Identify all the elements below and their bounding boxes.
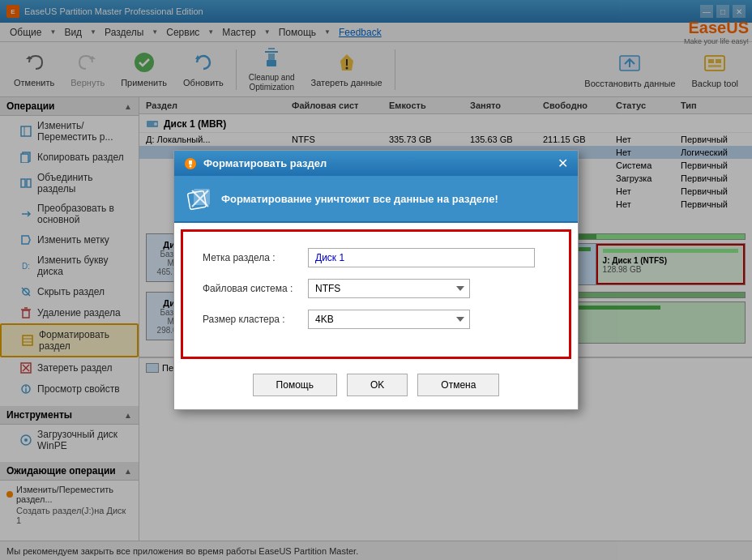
dialog-buttons: Помощь OK Отмена [174,365,578,409]
dialog-titlebar: Форматировать раздел ✕ [174,151,578,176]
partition-label-input-wrapper [308,248,549,267]
cluster-select[interactable]: 4KB 8KB 16KB 32KB 64KB [308,310,470,329]
help-button[interactable]: Помощь [253,374,337,396]
svg-point-44 [190,165,192,167]
dialog-title-content: Форматировать раздел [184,157,327,170]
dialog-warning-icon [187,186,213,212]
dialog-body: Метка раздела : Файловая система : NTFS … [181,229,571,359]
dialog-field-cluster: Размер кластера : 4KB 8KB 16KB 32KB 64KB [203,310,549,329]
cluster-select-wrapper: 4KB 8KB 16KB 32KB 64KB [308,310,549,329]
ok-button[interactable]: OK [347,374,408,396]
format-dialog: Форматировать раздел ✕ Форматирование ун… [173,150,579,410]
dialog-title-text: Форматировать раздел [203,157,327,169]
dialog-warning: Форматирование уничтожит все данные на р… [174,176,578,223]
filesystem-select[interactable]: NTFS FAT32 FAT16 exFAT [308,279,470,298]
partition-label-input[interactable] [308,248,535,267]
dialog-close-button[interactable]: ✕ [558,156,568,171]
dialog-overlay: Форматировать раздел ✕ Форматирование ун… [0,0,752,560]
cancel-button[interactable]: Отмена [417,374,499,396]
dialog-warning-text: Форматирование уничтожит все данные на р… [221,193,498,205]
partition-label-label: Метка раздела : [203,252,308,263]
dialog-title-icon [184,157,197,170]
filesystem-label: Файловая система : [203,283,308,294]
dialog-field-filesystem: Файловая система : NTFS FAT32 FAT16 exFA… [203,279,549,298]
cluster-label: Размер кластера : [203,314,308,325]
svg-rect-43 [189,160,192,165]
dialog-field-label: Метка раздела : [203,248,549,267]
filesystem-select-wrapper: NTFS FAT32 FAT16 exFAT [308,279,549,298]
